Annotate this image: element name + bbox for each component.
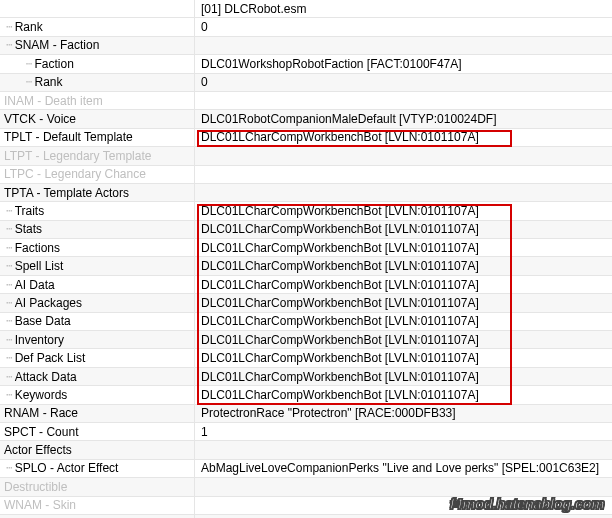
field-value: DLC01WorkshopRobotFaction [FACT:0100F47A… xyxy=(201,57,462,71)
field-label: Stats xyxy=(15,222,42,236)
field-value: DLC01LCharCompWorkbenchBot [LVLN:0101107… xyxy=(201,259,479,273)
field-label: RNAM - Race xyxy=(4,406,78,420)
field-label-cell[interactable]: ⋯Factions xyxy=(0,239,195,257)
field-label: LTPT - Legendary Template xyxy=(4,149,151,163)
field-label-cell[interactable]: ⋯Traits xyxy=(0,202,195,220)
field-label-cell[interactable]: INAM - Death item xyxy=(0,92,195,110)
field-value-cell[interactable] xyxy=(195,92,612,110)
field-label-cell[interactable]: ⋯AI Data xyxy=(0,276,195,294)
field-label: AI Packages xyxy=(15,296,82,310)
field-value-cell[interactable]: 0 xyxy=(195,18,612,36)
field-label-cell[interactable]: ⋯Inventory xyxy=(0,331,195,349)
field-value: DLC01LCharCompWorkbenchBot [LVLN:0101107… xyxy=(201,278,479,292)
field-value: DLC01LCharCompWorkbenchBot [LVLN:0101107… xyxy=(201,130,479,144)
field-value: DLC01LCharCompWorkbenchBot [LVLN:0101107… xyxy=(201,370,479,384)
field-label-cell[interactable]: ⋯SNAM - Faction xyxy=(0,37,195,55)
field-label: Actor Effects xyxy=(4,443,72,457)
field-value-cell[interactable] xyxy=(195,478,612,496)
field-label-cell[interactable]: ⋯Rank xyxy=(0,18,195,36)
field-label: AI Data xyxy=(15,278,55,292)
field-label-cell[interactable]: ⋯Rank xyxy=(0,74,195,92)
field-value: DLC01LCharCompWorkbenchBot [LVLN:0101107… xyxy=(201,333,479,347)
field-label-cell[interactable]: SPCT - Count xyxy=(0,423,195,441)
field-label: VTCK - Voice xyxy=(4,112,76,126)
record-grid: [01] DLCRobot.esm ⋯Rank0⋯SNAM - Faction … xyxy=(0,0,612,518)
field-label-cell[interactable]: ⋯Base Data xyxy=(0,313,195,331)
field-value-cell[interactable]: 0 xyxy=(195,74,612,92)
watermark: f4mod.hatenablog.com xyxy=(450,495,604,512)
field-value: 1 xyxy=(201,425,208,439)
field-label-cell[interactable]: RNAM - Race xyxy=(0,405,195,423)
field-label: Spell List xyxy=(15,259,64,273)
field-label-cell[interactable]: ⋯Attack Data xyxy=(0,368,195,386)
field-label-cell[interactable]: Actor Effects xyxy=(0,441,195,459)
field-label: WNAM - Skin xyxy=(4,498,76,512)
field-label-cell[interactable]: TPLT - Default Template xyxy=(0,129,195,147)
field-value: 0 xyxy=(201,20,208,34)
field-value-cell[interactable]: DLC01RobotCompanionMaleDefault [VTYP:010… xyxy=(195,110,612,128)
field-label: SPLO - Actor Effect xyxy=(15,461,119,475)
field-value-cell[interactable]: DLC01WorkshopRobotFaction [FACT:0100F47A… xyxy=(195,55,612,73)
field-label: SPCT - Count xyxy=(4,425,78,439)
field-value: DLC01LCharCompWorkbenchBot [LVLN:0101107… xyxy=(201,222,479,236)
field-label: Rank xyxy=(15,20,43,34)
plugin-name: [01] DLCRobot.esm xyxy=(201,2,306,16)
field-value-cell[interactable]: DLC01LCharCompWorkbenchBot [LVLN:0101107… xyxy=(195,239,612,257)
field-value: DLC01LCharCompWorkbenchBot [LVLN:0101107… xyxy=(201,314,479,328)
field-label: SNAM - Faction xyxy=(15,38,100,52)
field-value-cell[interactable]: DLC01LCharCompWorkbenchBot [LVLN:0101107… xyxy=(195,221,612,239)
field-value-cell[interactable] xyxy=(195,184,612,202)
field-label-cell[interactable]: ⋯Stats xyxy=(0,221,195,239)
field-label-cell[interactable]: TPTA - Template Actors xyxy=(0,184,195,202)
field-label-cell[interactable]: ⋯Faction xyxy=(0,55,195,73)
field-value-cell[interactable] xyxy=(195,147,612,165)
field-label: LTPC - Legendary Chance xyxy=(4,167,146,181)
field-value-cell[interactable]: DLC01LCharCompWorkbenchBot [LVLN:0101107… xyxy=(195,386,612,404)
field-label: Inventory xyxy=(15,333,64,347)
field-value-cell[interactable] xyxy=(195,441,612,459)
header-plugin-cell[interactable]: [01] DLCRobot.esm xyxy=(195,0,612,18)
field-label: TPTA - Template Actors xyxy=(4,186,129,200)
field-label: TPLT - Default Template xyxy=(4,130,133,144)
field-value: DLC01LCharCompWorkbenchBot [LVLN:0101107… xyxy=(201,296,479,310)
field-value-cell[interactable]: DLC01LCharCompWorkbenchBot [LVLN:0101107… xyxy=(195,202,612,220)
field-value: DLC01LCharCompWorkbenchBot [LVLN:0101107… xyxy=(201,388,479,402)
field-value: DLC01RobotCompanionMaleDefault [VTYP:010… xyxy=(201,112,497,126)
field-value-cell[interactable]: DLC01LCharCompWorkbenchBot [LVLN:0101107… xyxy=(195,331,612,349)
field-label-cell[interactable]: Destructible xyxy=(0,478,195,496)
field-label-cell[interactable]: VTCK - Voice xyxy=(0,110,195,128)
field-label: Keywords xyxy=(15,388,68,402)
field-value-cell[interactable]: DLC01LCharCompWorkbenchBot [LVLN:0101107… xyxy=(195,276,612,294)
field-value-cell[interactable]: DLC01LCharCompWorkbenchBot [LVLN:0101107… xyxy=(195,313,612,331)
field-label: INAM - Death item xyxy=(4,94,103,108)
field-label: Def Pack List xyxy=(15,351,86,365)
field-value: DLC01LCharCompWorkbenchBot [LVLN:0101107… xyxy=(201,351,479,365)
field-value-cell[interactable]: DLC01LCharCompWorkbenchBot [LVLN:0101107… xyxy=(195,294,612,312)
field-value-cell[interactable]: DLC01LCharCompWorkbenchBot [LVLN:0101107… xyxy=(195,129,612,147)
field-label-cell[interactable]: ⋯Keywords xyxy=(0,386,195,404)
field-value: ProtectronRace "Protectron" [RACE:000DFB… xyxy=(201,406,456,420)
field-value-cell[interactable]: DLC01LCharCompWorkbenchBot [LVLN:0101107… xyxy=(195,257,612,275)
field-label: Attack Data xyxy=(15,370,77,384)
field-label-cell[interactable]: ⋯SPLO - Actor Effect xyxy=(0,460,195,478)
field-label-cell[interactable]: ⋯Def Pack List xyxy=(0,349,195,367)
field-value-cell[interactable]: 1 xyxy=(195,423,612,441)
field-value-cell[interactable]: ProtectronRace "Protectron" [RACE:000DFB… xyxy=(195,405,612,423)
field-label-cell[interactable]: ⋯AI Packages xyxy=(0,294,195,312)
field-value: DLC01LCharCompWorkbenchBot [LVLN:0101107… xyxy=(201,204,479,218)
field-value-cell[interactable] xyxy=(195,166,612,184)
header-label-cell xyxy=(0,0,195,18)
field-value: 0 xyxy=(201,75,208,89)
field-value-cell[interactable]: AbMagLiveLoveCompanionPerks "Live and Lo… xyxy=(195,460,612,478)
field-label-cell[interactable]: LTPT - Legendary Template xyxy=(0,147,195,165)
field-label-cell[interactable]: LTPC - Legendary Chance xyxy=(0,166,195,184)
field-value-cell[interactable]: DLC01LCharCompWorkbenchBot [LVLN:0101107… xyxy=(195,349,612,367)
field-value-cell[interactable] xyxy=(195,37,612,55)
field-value: DLC01LCharCompWorkbenchBot [LVLN:0101107… xyxy=(201,241,479,255)
field-label: Traits xyxy=(15,204,45,218)
field-label: Factions xyxy=(15,241,60,255)
field-label: Faction xyxy=(35,57,74,71)
field-value-cell[interactable]: DLC01LCharCompWorkbenchBot [LVLN:0101107… xyxy=(195,368,612,386)
field-label-cell[interactable]: ⋯Spell List xyxy=(0,257,195,275)
field-label-cell[interactable]: WNAM - Skin xyxy=(0,497,195,515)
